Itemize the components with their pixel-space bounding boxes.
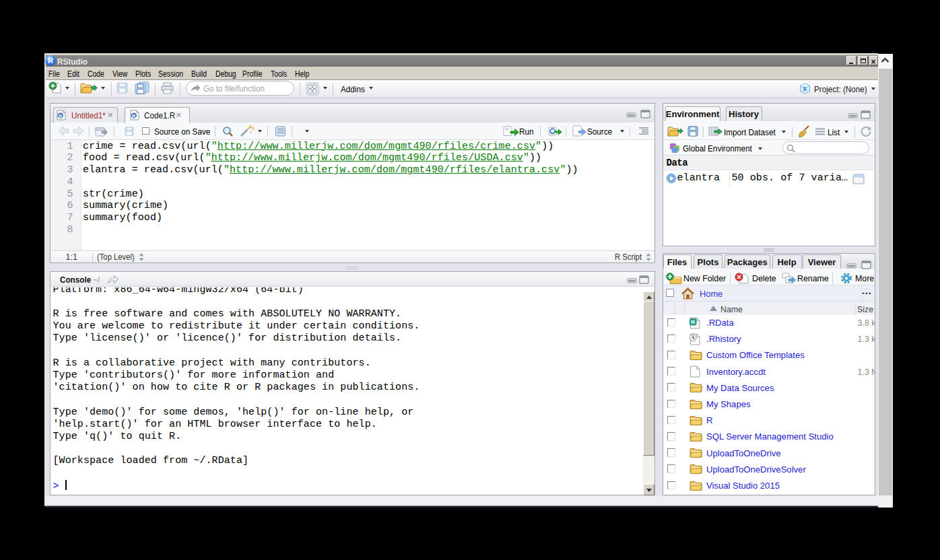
svg-text:R: R: [132, 113, 136, 119]
svg-text:R: R: [59, 113, 63, 119]
svg-text:R: R: [803, 86, 807, 92]
